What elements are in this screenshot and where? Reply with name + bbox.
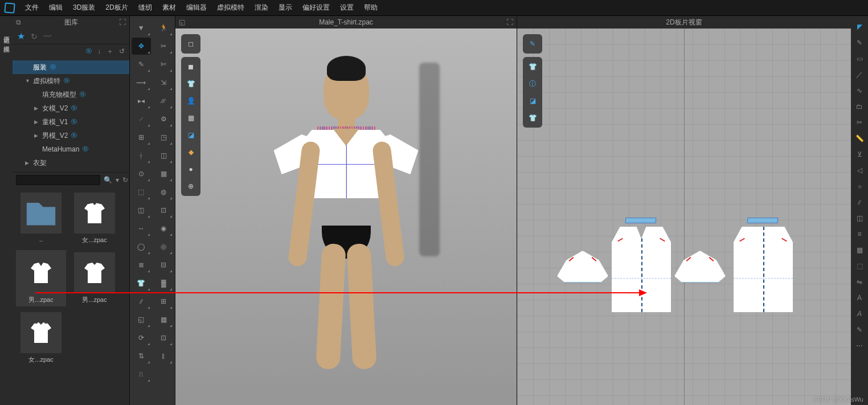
rtool-notch-icon[interactable]: ⊻ (852, 147, 867, 162)
menu-sewing[interactable]: 缝纫 (138, 3, 152, 13)
rtool-graphic-icon[interactable]: ⬚ (852, 259, 867, 273)
rtool-annotation-icon[interactable]: ✎ (852, 322, 867, 337)
menu-editor[interactable]: 编辑器 (186, 3, 207, 13)
rtool-text-a-icon[interactable]: A (852, 291, 867, 305)
menu-2d-pattern[interactable]: 2D板片 (105, 3, 128, 13)
reload-icon[interactable]: ↺ (119, 47, 125, 55)
tool-machine-icon[interactable]: ⊞ (132, 129, 151, 146)
menu-display[interactable]: 显示 (279, 3, 292, 13)
view-globe-icon[interactable]: ⊕ (183, 179, 198, 194)
thumb-male-zpac-2[interactable]: 男...zpac (69, 250, 120, 306)
tool-thickness-icon[interactable]: ◱ (132, 311, 151, 328)
thumb-female-zpac[interactable]: 女...zpac (69, 190, 120, 247)
thumb-up-folder[interactable]: .. (16, 190, 66, 247)
thumb-female-zpac-2[interactable]: 女...zpac (16, 310, 66, 366)
pattern-collar-back[interactable] (747, 218, 779, 223)
pattern-sleeve-right[interactable] (674, 251, 726, 283)
tree-item-garment[interactable]: 服装Ⓝ (13, 60, 129, 74)
rtool-grid-icon[interactable]: ▦ (852, 243, 867, 257)
refresh-tab-icon[interactable]: ↻ (31, 32, 38, 41)
maximize-icon[interactable]: ⛶ (119, 18, 126, 26)
tool-extra-1-icon[interactable]: ◳ (154, 129, 173, 146)
menu-preferences[interactable]: 偏好设置 (302, 3, 330, 13)
tool-sewing-icon[interactable]: ▸◂ (132, 92, 151, 109)
rtool-ruler-icon[interactable]: 📏 (852, 131, 867, 146)
tool-arrange-icon[interactable]: ⇲ (154, 74, 173, 91)
menu-material[interactable]: 素材 (162, 3, 176, 13)
menu-file[interactable]: 文件 (25, 3, 39, 13)
rtool-text-a2-icon[interactable]: A (852, 306, 867, 321)
menu-help[interactable]: 帮助 (364, 3, 378, 13)
tool-select-move-icon[interactable]: ✥ (132, 38, 151, 55)
rtool-folder-icon[interactable]: 🗀 (852, 99, 867, 114)
tool-layer-icon[interactable]: ⬚ (132, 183, 151, 201)
chevron-down-icon[interactable]: ▾ (116, 176, 119, 184)
menu-edit[interactable]: 编辑 (49, 3, 63, 13)
pattern-body-back[interactable] (734, 227, 793, 312)
maximize-icon[interactable]: ⛶ (506, 18, 513, 26)
tool-grade-icon[interactable]: ⇅ (132, 347, 151, 365)
tool-fold-icon[interactable]: ⟊ (132, 147, 151, 164)
tool-segment-icon[interactable]: ⫻ (154, 92, 173, 109)
tool-extra-11-icon[interactable]: ⊞ (154, 293, 173, 310)
download-icon[interactable]: ↓ (97, 47, 101, 55)
rtool-line-icon[interactable]: ／ (852, 67, 867, 82)
tool-extra-6-icon[interactable]: ⊡ (154, 202, 173, 219)
tool-extra-9-icon[interactable]: ⊟ (154, 256, 173, 273)
tool-seam-edit-icon[interactable]: ⟋ (132, 111, 151, 128)
tool-avatar-icon[interactable]: 👕 (132, 275, 151, 292)
rtool-more-icon[interactable]: ⋯ (852, 338, 867, 353)
view-info-icon[interactable]: ◪ (183, 128, 198, 142)
tree-item-filler[interactable]: 填充物模型Ⓝ (13, 88, 129, 101)
tree-item-child-v1[interactable]: ▶童模_V1Ⓝ (13, 115, 129, 129)
tool-hanger-icon[interactable]: ⎍ (132, 366, 151, 383)
tool-extra-8-icon[interactable]: ◎ (154, 238, 173, 255)
tool-extra-14-icon[interactable]: ⫿ (154, 347, 173, 365)
rtool-rect-icon[interactable]: ▭ (852, 51, 867, 66)
rtool-curve-icon[interactable]: ∿ (852, 83, 867, 98)
tool-extra-7-icon[interactable]: ◉ (154, 220, 173, 237)
view2d-shirt2-icon[interactable]: 👕 (525, 111, 540, 125)
tool-scissors-icon[interactable]: ✂ (154, 38, 173, 55)
rtool-dart-icon[interactable]: ◁ (852, 163, 867, 178)
menu-3d-garment[interactable]: 3D服装 (73, 3, 95, 13)
tool-extra-12-icon[interactable]: ▦ (154, 311, 173, 328)
tool-extra-10-icon[interactable]: ▓ (154, 275, 173, 292)
tree-item-hanger[interactable]: ▶衣架 (13, 156, 129, 170)
side-tab-modules[interactable]: 模块库 (0, 36, 13, 46)
view2d-info-icon[interactable]: ⓘ (525, 76, 540, 91)
tool-simulate-icon[interactable]: ▼ (132, 19, 151, 36)
tool-pin-icon[interactable]: ⟿ (132, 74, 151, 91)
tool-run-icon[interactable]: 🏃 (154, 19, 173, 36)
thumb-male-zpac-1[interactable]: 男...zpac (16, 250, 66, 306)
tool-texture-icon[interactable]: ◫ (132, 202, 151, 219)
rtool-seam-icon[interactable]: ⫽ (852, 195, 867, 210)
tool-button-icon[interactable]: ◯ (132, 238, 151, 255)
view-stress-icon[interactable]: ◆ (183, 145, 198, 159)
rtool-select-icon[interactable]: ◤ (852, 19, 867, 34)
cloud-tab-icon[interactable]: 〰 (43, 32, 51, 41)
side-tab-history[interactable]: 历史记录 (0, 27, 13, 36)
search-input[interactable] (16, 175, 100, 185)
menu-settings[interactable]: 设置 (340, 3, 354, 13)
view-mesh-icon[interactable]: ▦ (183, 111, 198, 125)
favorite-tab-icon[interactable]: ★ (17, 31, 25, 42)
tool-tack-icon[interactable]: ⊙ (132, 165, 151, 182)
tool-zipper-icon[interactable]: ≣ (132, 256, 151, 273)
tool-roll-icon[interactable]: ⟳ (132, 329, 151, 346)
tool-extra-4-icon[interactable]: ◍ (154, 183, 173, 201)
tool-auto-icon[interactable]: ⚙ (154, 111, 173, 128)
pattern-body-front[interactable] (612, 227, 671, 312)
add-icon[interactable]: ＋ (107, 47, 113, 56)
tool-measure-icon[interactable]: ↔ (132, 220, 151, 237)
view-shirt-icon[interactable]: 👕 (183, 76, 198, 91)
rtool-symmetry-icon[interactable]: ⇋ (852, 275, 867, 289)
viewport-3d-canvas[interactable]: ◻ ◼ 👕 👤 ▦ ◪ ◆ ● ⊕ (175, 28, 517, 405)
rtool-cut-icon[interactable]: ✂ (852, 115, 867, 130)
view2d-shirt-icon[interactable]: 👕 (525, 59, 540, 74)
tree-item-avatar[interactable]: ▼虚拟模特Ⓝ (13, 74, 129, 88)
rtool-trace-icon[interactable]: ⟐ (852, 179, 867, 194)
view2d-flag-icon[interactable]: ◪ (525, 93, 540, 108)
menu-render[interactable]: 渲染 (255, 3, 268, 13)
tool-extra-2-icon[interactable]: ◫ (154, 147, 173, 164)
